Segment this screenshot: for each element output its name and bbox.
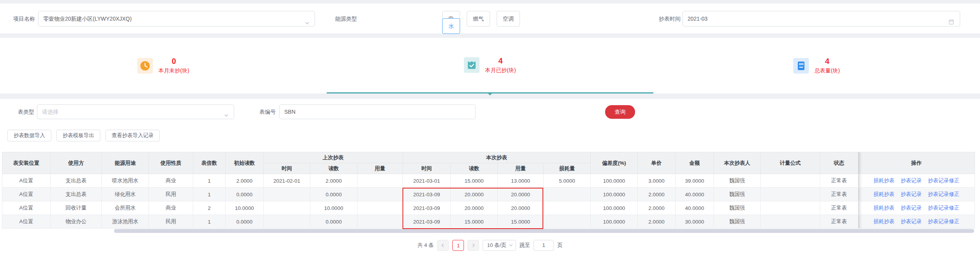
- table-cell: 39.0000: [676, 174, 714, 188]
- reading-record-link[interactable]: 抄表记录: [901, 191, 922, 197]
- meter-type-placeholder: 请选择: [42, 109, 58, 115]
- table-cell: 100.0000: [591, 174, 638, 188]
- table-cell: 20.0000: [498, 201, 544, 215]
- header-deviation: 偏差度(%): [591, 152, 638, 174]
- meter-no-input[interactable]: SBN: [279, 104, 476, 119]
- table-cell: 会所用水: [102, 201, 149, 215]
- header-last-usage: 用量: [357, 163, 403, 174]
- table-row: A位置支出总表绿化用水民用10.00000.00002021-03-0920.0…: [2, 188, 975, 201]
- table-cell: 游泳池用水: [102, 215, 149, 229]
- chevron-down-icon: [224, 109, 229, 123]
- page-size-value: 10 条/页: [487, 242, 506, 248]
- table-cell: 100.0000: [591, 215, 638, 229]
- energy-type-label: 能源类型: [335, 11, 357, 26]
- stats-panel: 0 本月未抄(块) 4 本月已抄(块) 4 总表量(块): [0, 38, 980, 93]
- reading-record-fix-link[interactable]: 抄表记录修正: [928, 218, 959, 224]
- reading-record-fix-link[interactable]: 抄表记录修正: [928, 178, 959, 183]
- table-cell: 10.0000: [226, 201, 264, 215]
- table-cell: 15.0000: [498, 215, 544, 229]
- jump-page-input[interactable]: 1: [534, 240, 554, 251]
- table-cell: 3.0000: [638, 174, 676, 188]
- loss-reading-link[interactable]: 损耗抄表: [873, 178, 894, 183]
- horizontal-scrollbar-thumb[interactable]: [114, 229, 974, 233]
- jump-unit: 页: [557, 242, 563, 249]
- header-loss: 损耗量: [544, 163, 591, 174]
- reading-record-link[interactable]: 抄表记录: [901, 205, 922, 211]
- table-cell: [761, 201, 820, 215]
- table-cell: 2.0000: [638, 188, 676, 201]
- jump-label: 跳至: [520, 242, 530, 249]
- next-page-button[interactable]: [467, 240, 479, 251]
- meter-type-select[interactable]: 请选择: [37, 104, 234, 119]
- table-cell: 2: [193, 201, 226, 215]
- operation-cell: 损耗抄表抄表记录抄表记录修正: [858, 215, 975, 229]
- import-reading-data-button[interactable]: 抄表数据导入: [7, 130, 51, 141]
- reading-record-link[interactable]: 抄表记录: [901, 178, 922, 183]
- prev-page-button[interactable]: [437, 240, 449, 251]
- page-size-select[interactable]: 10 条/页: [483, 240, 516, 251]
- table-cell: 1: [193, 188, 226, 201]
- table-cell: A位置: [2, 188, 51, 201]
- query-button[interactable]: 查询: [605, 105, 635, 119]
- stat-label: 本月未抄(块): [158, 67, 189, 74]
- energy-option-aircon[interactable]: 空调: [497, 11, 520, 26]
- header-last-reading: 读数: [310, 163, 357, 174]
- project-select-value: 零壹物业20新建小区(LYWY20XJXQ): [43, 16, 132, 22]
- reading-time-input[interactable]: 2021-03: [682, 11, 960, 26]
- meter-no-value: SBN: [284, 109, 296, 115]
- top-filter-bar: 项目名称 零壹物业20新建小区(LYWY20XJXQ) 能源类型 水电燃气空调 …: [0, 4, 980, 33]
- header-current-usage: 用量: [498, 163, 544, 174]
- loss-reading-link[interactable]: 损耗抄表: [873, 191, 894, 197]
- stat-card-unread[interactable]: 0 本月未抄(块): [0, 38, 327, 93]
- table-row: A位置物业办公游泳池用水民用10.00000.00002021-03-0915.…: [2, 215, 975, 229]
- table-cell: [761, 174, 820, 188]
- energy-option-gas[interactable]: 燃气: [467, 11, 490, 26]
- table-cell: [761, 215, 820, 229]
- chevron-right-icon: [471, 243, 476, 248]
- table-row: A位置支出总表喷水池用水商业12.00002021-02-012.0000202…: [2, 174, 975, 188]
- header-multiplier: 表倍数: [193, 152, 226, 174]
- header-user: 使用方: [51, 152, 102, 174]
- reading-record-fix-link[interactable]: 抄表记录修正: [928, 191, 959, 197]
- page-number-button[interactable]: 1: [452, 240, 464, 251]
- loss-reading-link[interactable]: 损耗抄表: [873, 205, 894, 211]
- chevron-down-icon: [509, 241, 513, 251]
- table-cell: 20.0000: [498, 188, 544, 201]
- loss-reading-link[interactable]: 损耗抄表: [873, 218, 894, 224]
- header-unit-price: 单价: [638, 152, 676, 174]
- export-reading-template-button[interactable]: 抄表模板导出: [56, 130, 100, 141]
- header-amount: 金额: [676, 152, 714, 174]
- header-current-reading-group: 本次抄表: [403, 152, 591, 163]
- table-cell: 支出总表: [51, 174, 102, 188]
- table-cell: 物业办公: [51, 215, 102, 229]
- project-select[interactable]: 零壹物业20新建小区(LYWY20XJXQ): [38, 11, 315, 26]
- table-cell: 正常表: [820, 174, 858, 188]
- table-cell: [264, 188, 310, 201]
- table-cell: [357, 215, 403, 229]
- table-cell: 15.0000: [451, 215, 498, 229]
- stat-card-total[interactable]: 4 总表量(块): [653, 38, 980, 93]
- pagination-total: 共 4 条: [417, 242, 434, 249]
- table-cell: [357, 201, 403, 215]
- table-cell: A位置: [2, 215, 51, 229]
- header-current-time: 时间: [403, 163, 451, 174]
- table-cell: 100.0000: [591, 188, 638, 201]
- table-cell: 回收计量: [51, 201, 102, 215]
- energy-option-water[interactable]: 水: [442, 18, 460, 34]
- table-cell: A位置: [2, 201, 51, 215]
- table-cell: 2.0000: [638, 215, 676, 229]
- header-energy-use: 能源用途: [102, 152, 149, 174]
- reading-record-fix-link[interactable]: 抄表记录修正: [928, 205, 959, 211]
- table-cell: 2.0000: [638, 201, 676, 215]
- view-import-records-button[interactable]: 查看抄表导入记录: [105, 130, 160, 141]
- table-cell: 0.0000: [310, 188, 357, 201]
- reading-time-label: 抄表时间: [659, 11, 681, 26]
- stat-label: 本月已抄(块): [485, 67, 516, 74]
- table-cell: 魏国强: [714, 174, 761, 188]
- table-cell: 40.0000: [676, 188, 714, 201]
- table-cell: 2021-02-01: [264, 174, 310, 188]
- table-cell: 商业: [149, 201, 193, 215]
- reading-record-link[interactable]: 抄表记录: [901, 218, 922, 224]
- stat-value: 4: [485, 56, 516, 65]
- stat-card-read[interactable]: 4 本月已抄(块): [327, 38, 653, 93]
